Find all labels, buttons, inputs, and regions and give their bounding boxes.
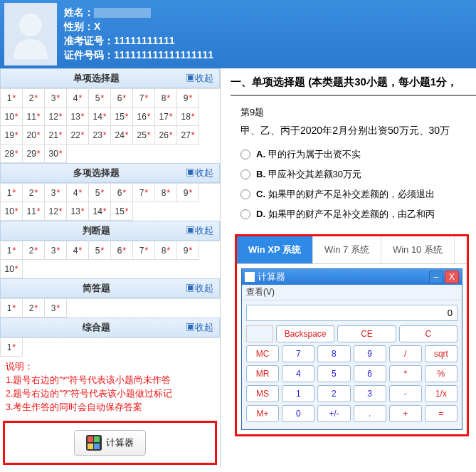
calc-key[interactable]: % xyxy=(425,365,458,382)
question-cell[interactable]: 11* xyxy=(23,107,45,126)
tab-win7[interactable]: Win 7 系统 xyxy=(313,236,381,263)
calc-key-ce[interactable]: CE xyxy=(337,325,396,342)
question-cell[interactable]: 6* xyxy=(111,89,133,107)
calc-key[interactable]: sqrt xyxy=(425,345,458,362)
collapse-toggle[interactable]: ▣收起 xyxy=(186,282,213,295)
question-cell[interactable]: 3* xyxy=(45,89,67,107)
question-cell[interactable]: 7* xyxy=(133,241,155,260)
question-cell[interactable]: 6* xyxy=(111,184,133,202)
question-cell[interactable]: 1* xyxy=(1,184,23,202)
close-button[interactable]: X xyxy=(445,271,459,283)
calc-key[interactable]: +/- xyxy=(317,405,350,422)
calc-key[interactable]: 1/x xyxy=(425,385,458,402)
question-cell[interactable]: 24* xyxy=(111,126,133,145)
question-cell[interactable]: 27* xyxy=(177,126,199,145)
question-cell[interactable]: 13* xyxy=(67,202,89,221)
question-cell[interactable]: 15* xyxy=(111,107,133,126)
question-cell[interactable]: 5* xyxy=(89,241,111,260)
question-cell[interactable]: 2* xyxy=(23,184,45,202)
question-cell[interactable]: 25* xyxy=(133,126,155,145)
question-cell[interactable]: 3* xyxy=(45,241,67,260)
calculator-titlebar[interactable]: 计算器 – X xyxy=(242,269,462,285)
question-cell[interactable]: 1* xyxy=(1,299,23,318)
question-cell[interactable]: 8* xyxy=(155,241,177,260)
answer-option[interactable]: C. 如果甲的财产不足补交差额的，必须退出 xyxy=(240,184,476,204)
question-cell[interactable]: 5* xyxy=(89,89,111,107)
question-cell[interactable]: 10* xyxy=(1,260,23,278)
question-cell[interactable]: 14* xyxy=(89,202,111,221)
calc-key[interactable]: - xyxy=(389,385,422,402)
question-cell[interactable]: 5* xyxy=(89,184,111,202)
calc-key[interactable]: 3 xyxy=(354,385,386,402)
question-cell[interactable]: 4* xyxy=(67,89,89,107)
question-cell[interactable]: 26* xyxy=(155,126,177,145)
tab-winxp[interactable]: Win XP 系统 xyxy=(237,236,313,263)
question-cell[interactable]: 9* xyxy=(177,89,199,107)
question-cell[interactable]: 13* xyxy=(67,107,89,126)
calc-key-backspace[interactable]: Backspace xyxy=(276,325,334,342)
calc-key[interactable]: 2 xyxy=(317,385,350,402)
question-cell[interactable]: 8* xyxy=(155,184,177,202)
calc-key[interactable]: 7 xyxy=(282,345,314,362)
question-cell[interactable]: 19* xyxy=(1,126,23,145)
answer-option[interactable]: A. 甲的行为属于出资不实 xyxy=(240,145,476,164)
question-cell[interactable]: 16* xyxy=(133,107,155,126)
question-cell[interactable]: 7* xyxy=(133,184,155,202)
question-cell[interactable]: 18* xyxy=(177,107,199,126)
question-cell[interactable]: 3* xyxy=(45,299,67,318)
calc-key-c[interactable]: C xyxy=(399,325,458,342)
question-cell[interactable]: 22* xyxy=(67,126,89,145)
question-cell[interactable]: 2* xyxy=(23,89,45,107)
question-cell[interactable]: 6* xyxy=(111,241,133,260)
question-cell[interactable]: 20* xyxy=(23,126,45,145)
calc-key[interactable]: MS xyxy=(246,385,279,402)
question-cell[interactable]: 14* xyxy=(89,107,111,126)
question-cell[interactable]: 9* xyxy=(177,241,199,260)
calc-key[interactable]: 1 xyxy=(282,385,314,402)
question-cell[interactable]: 4* xyxy=(67,184,89,202)
tab-win10[interactable]: Win 10 系统 xyxy=(381,236,455,263)
calc-key[interactable]: . xyxy=(354,405,386,422)
calc-key[interactable]: 5 xyxy=(317,365,350,382)
question-cell[interactable]: 1* xyxy=(1,241,23,260)
calc-key[interactable]: 0 xyxy=(282,405,314,422)
question-cell[interactable]: 8* xyxy=(155,89,177,107)
calc-key[interactable]: MR xyxy=(246,365,279,382)
calc-key[interactable]: * xyxy=(389,365,422,382)
question-cell[interactable]: 21* xyxy=(45,126,67,145)
question-cell[interactable]: 10* xyxy=(1,202,23,221)
question-cell[interactable]: 11* xyxy=(23,202,45,221)
calc-key[interactable]: 6 xyxy=(354,365,386,382)
calc-key[interactable]: / xyxy=(389,345,422,362)
question-cell[interactable]: 7* xyxy=(133,89,155,107)
calculator-menu-view[interactable]: 查看(V) xyxy=(242,285,462,300)
calc-key[interactable]: = xyxy=(425,405,458,422)
question-cell[interactable]: 28* xyxy=(1,145,23,163)
question-cell[interactable]: 1* xyxy=(1,338,23,357)
question-cell[interactable]: 23* xyxy=(89,126,111,145)
calc-key[interactable]: + xyxy=(389,405,422,422)
question-cell[interactable]: 30* xyxy=(45,145,67,163)
calculator-button[interactable]: 计算器 xyxy=(74,430,146,456)
calc-key[interactable]: M+ xyxy=(246,405,279,422)
collapse-toggle[interactable]: ▣收起 xyxy=(186,167,213,179)
answer-option[interactable]: B. 甲应补交其差额30万元 xyxy=(240,164,476,184)
question-cell[interactable]: 1* xyxy=(1,89,23,107)
collapse-toggle[interactable]: ▣收起 xyxy=(186,224,213,237)
question-cell[interactable]: 4* xyxy=(67,241,89,260)
question-cell[interactable]: 2* xyxy=(23,241,45,260)
calc-key[interactable]: 4 xyxy=(282,365,314,382)
collapse-toggle[interactable]: ▣收起 xyxy=(186,321,213,334)
minimize-button[interactable]: – xyxy=(429,271,443,283)
calc-key[interactable]: MC xyxy=(246,345,279,362)
calc-key[interactable]: 9 xyxy=(354,345,386,362)
question-cell[interactable]: 12* xyxy=(45,202,67,221)
collapse-toggle[interactable]: ▣收起 xyxy=(186,72,213,85)
question-cell[interactable]: 17* xyxy=(155,107,177,126)
answer-option[interactable]: D. 如果甲的财产不足补交差额的，由乙和丙 xyxy=(240,204,476,224)
question-cell[interactable]: 15* xyxy=(111,202,133,221)
question-cell[interactable]: 12* xyxy=(45,107,67,126)
question-cell[interactable]: 2* xyxy=(23,299,45,318)
question-cell[interactable]: 10* xyxy=(1,107,23,126)
question-cell[interactable]: 9* xyxy=(177,184,199,202)
